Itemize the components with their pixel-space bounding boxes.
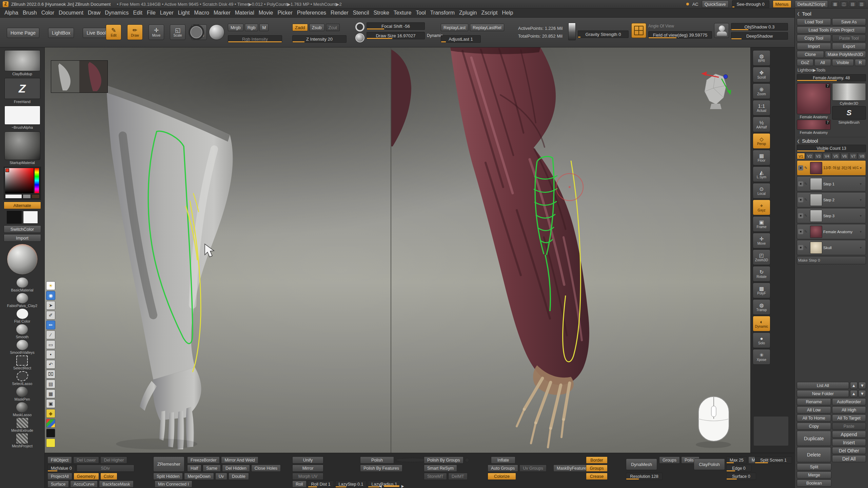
shelf-persp[interactable]: ◇ Persp — [753, 133, 770, 149]
save-as-button[interactable]: Save As — [832, 18, 866, 25]
bb-max-25[interactable]: Max 25 — [726, 456, 747, 464]
replay-last-button[interactable]: ReplayLast — [441, 24, 468, 31]
zremesher-button[interactable]: ZRemesher — [153, 456, 184, 472]
document-thumbnail[interactable] — [51, 60, 108, 93]
monitor-icon[interactable]: ▤ — [849, 1, 856, 7]
bb-fillobject[interactable]: FillObject — [47, 456, 72, 464]
menu-stencil[interactable]: Stencil — [353, 10, 369, 16]
rename-button[interactable]: Rename — [797, 398, 831, 405]
shelf-solo[interactable]: ● Solo — [753, 332, 770, 348]
home-page-button[interactable]: Home Page — [7, 28, 39, 38]
rgb-intensity-slider[interactable]: Rgb Intensity — [228, 35, 282, 43]
bb-half[interactable]: Half — [187, 465, 201, 472]
bb-auto-groups[interactable]: Auto Groups — [488, 465, 518, 472]
lightbulb-icon[interactable]: ☀ — [46, 281, 55, 290]
load-tool-button[interactable]: Load Tool — [797, 18, 831, 25]
menu-help[interactable]: Help — [502, 10, 513, 16]
tool-palette-header[interactable]: ❮ Tool — [797, 10, 866, 17]
menu-brush[interactable]: Brush — [23, 10, 37, 16]
subtool-tab-v2[interactable]: V2 — [806, 153, 814, 159]
goz-all-button[interactable]: All — [814, 59, 831, 66]
pencil-icon[interactable]: ✏ — [46, 321, 55, 329]
shelf-item-meshextrude[interactable]: MeshExtrude — [11, 418, 33, 432]
shelf-item-basicmaterial[interactable]: BasicMaterial — [11, 278, 33, 292]
bb-polish-by-features[interactable]: Polish By Features — [360, 465, 402, 472]
bb-groups[interactable]: Groups — [659, 456, 680, 464]
rgb-button[interactable]: Rgb — [245, 24, 258, 31]
bb-sdiv[interactable]: SDiv — [77, 465, 134, 472]
menu-document[interactable]: Document — [59, 10, 83, 16]
bb-polish[interactable]: Polish — [360, 456, 394, 464]
current-material-icon[interactable] — [209, 24, 224, 40]
subtool-tab-v7[interactable]: V7 — [849, 153, 857, 159]
quicksave-button[interactable]: QuickSave — [702, 0, 729, 8]
folder-up-icon[interactable]: ▲ — [850, 390, 857, 397]
move-button[interactable]: ✛Move — [149, 24, 164, 40]
shelf-floor[interactable]: ▦ Floor — [753, 150, 770, 165]
main-color-swatch[interactable] — [5, 194, 22, 199]
move-up-icon[interactable]: ▲ — [850, 382, 857, 389]
secondary-color-swatch[interactable] — [7, 211, 22, 224]
layout-icon[interactable]: ▥ — [858, 1, 865, 7]
import-tool-button[interactable]: Import — [797, 43, 831, 50]
zcut-button[interactable]: Zcut — [326, 24, 340, 31]
shelf-l-sym[interactable]: ◭ L.Sym — [753, 166, 770, 182]
bb-close-holes[interactable]: Close Holes — [251, 465, 281, 472]
subtool-tab-v1[interactable]: V1 — [797, 153, 805, 159]
hue-strip[interactable] — [35, 168, 39, 193]
line-tool-icon[interactable]: ∕ — [46, 330, 55, 339]
bb-accucurve[interactable]: AccuCurve — [70, 481, 98, 488]
bb-morph-uv[interactable]: Morph UV — [292, 473, 323, 480]
grid-icon[interactable]: ▦ — [831, 1, 839, 7]
make-polymesh3d-button[interactable]: Make PolyMesh3D — [825, 51, 866, 58]
menu-edit[interactable]: Edit — [133, 10, 142, 16]
bb-backfacemask[interactable]: BackfaceMask — [99, 481, 133, 488]
subtool-tab-v5[interactable]: V5 — [832, 153, 840, 159]
del-other-button[interactable]: Del Other — [832, 447, 866, 454]
bb-uv-groups[interactable]: Uv Groups — [519, 465, 547, 472]
folder-down-icon[interactable]: ▼ — [859, 390, 866, 397]
fov-slider[interactable]: Field of view(deg) 39.59775 — [648, 31, 712, 39]
shelf-item-selectlasso[interactable]: SelectLasso — [12, 371, 33, 386]
visibility-eye-icon[interactable] — [798, 229, 803, 234]
shelf-item-masklasso[interactable]: MaskLasso — [13, 402, 32, 417]
del-all-button[interactable]: Del All — [832, 455, 866, 462]
menu-zscript[interactable]: Zscript — [481, 10, 497, 16]
collapse-arrow-icon[interactable]: ❮ — [797, 139, 800, 143]
clipboard-icon[interactable]: ▣ — [46, 399, 55, 408]
draw-button[interactable]: ✏Draw — [127, 24, 143, 40]
bb-del-higher[interactable]: Del Higher — [100, 456, 127, 464]
lightbox-button[interactable]: LightBox — [48, 28, 74, 38]
bb-uv[interactable]: Uv — [215, 473, 227, 480]
menu-draw[interactable]: Draw — [88, 10, 100, 16]
new-folder-button[interactable]: New Folder — [797, 390, 849, 397]
shelf-zoom3d[interactable]: ◰ Zoom3D — [753, 249, 770, 265]
dot-brush-icon[interactable]: • — [46, 350, 55, 359]
canvas-pager[interactable]: ◀ ▶ — [379, 484, 404, 488]
gray-swatch[interactable] — [23, 194, 31, 199]
paste-tool-button[interactable]: Paste Tool — [832, 35, 866, 42]
split-screen-slider[interactable]: Split Screen 1 — [755, 456, 792, 464]
subtool-item-skull[interactable]: ✎ Skull ▾ — [797, 240, 866, 255]
dual-monitor-icon[interactable]: ◫ — [840, 1, 848, 7]
paintbrush-icon[interactable]: ✎ — [804, 245, 809, 250]
insert-button[interactable]: Insert — [832, 439, 866, 446]
subtool-item-female-anatomy[interactable]: ✎ Female Anatomy ▾ — [797, 224, 866, 239]
brown-swatch[interactable] — [32, 194, 40, 199]
duplicate-button[interactable]: Duplicate — [797, 431, 831, 446]
brush-selector[interactable] — [4, 50, 40, 71]
copy-tool-button[interactable]: Copy Tool — [797, 35, 831, 42]
subtool-item-step-2[interactable]: ✎ Step 2 ▾ — [797, 192, 866, 207]
folder-options-icon[interactable]: ▾ — [860, 166, 865, 170]
shelf-xpose[interactable]: ✳ Xpose — [753, 349, 770, 365]
shelf-item-fabiopaiva-clay2[interactable]: FabioPaiva_Clay2 — [7, 293, 37, 308]
draw-size-slider[interactable]: Draw Size 16.97027 — [367, 32, 425, 39]
paintbrush-icon[interactable]: ✎ — [804, 166, 809, 170]
angle-of-view-icon[interactable] — [631, 23, 646, 38]
boolean-button[interactable]: Boolean — [797, 480, 831, 487]
bb-split-hidden[interactable]: Split Hidden — [153, 473, 183, 480]
copy-subtool-button[interactable]: Copy — [797, 423, 831, 430]
all-to-home-button[interactable]: All To Home — [797, 414, 831, 422]
color-picker[interactable] — [4, 167, 41, 200]
subtool-item-step-1[interactable]: ✎ Step 1 ▾ — [797, 176, 866, 191]
